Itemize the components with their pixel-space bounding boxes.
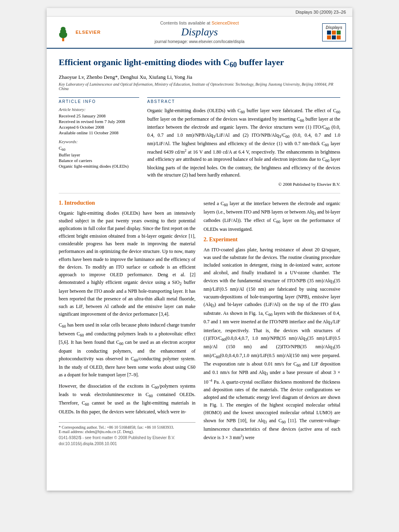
article-info-abstract-section: ARTICLE INFO Article history: Received 2… — [59, 97, 340, 186]
contents-line: Contents lists available at ScienceDirec… — [128, 21, 271, 25]
authors: Zhaoyue Lv, Zhenbo Deng*, Denghui Xu, Xi… — [59, 74, 340, 80]
body-left-col: 1. Introduction Organic light-emitting d… — [59, 200, 195, 446]
footnote-email: E-mail address: zhden@bjtu.edu.cn (Z. De… — [59, 429, 195, 434]
keywords-section: Keywords: C60 Buffer layer Balance of ca… — [59, 139, 139, 168]
available-date: Available online 11 October 2008 — [59, 130, 139, 135]
svg-point-5 — [63, 33, 67, 36]
keyword-2: Buffer layer — [59, 152, 139, 157]
footer-issn: 0141-9382/$ - see front matter © 2008 Pu… — [59, 435, 195, 440]
journal-logo-box: Displays — [322, 23, 346, 41]
svg-point-3 — [61, 27, 66, 31]
footnote-section: * Corresponding author. Tel.: +86 10 516… — [59, 422, 195, 434]
journal-name: Displays — [128, 26, 271, 38]
section1-title: 1. Introduction — [59, 200, 195, 206]
article-info-header: ARTICLE INFO — [59, 97, 139, 104]
body-right-col: serted a C60 layer at the interface betw… — [204, 200, 340, 446]
sciencedirect-link[interactable]: ScienceDirect — [212, 21, 239, 25]
section1-paragraph3: However, the dissociation of the exciton… — [59, 382, 195, 416]
journal-volume-bar: Displays 30 (2009) 23–26 — [47, 8, 352, 16]
copyright: © 2008 Published by Elsevier B.V. — [147, 182, 340, 187]
received-date: Received 25 January 2008 — [59, 113, 139, 118]
abstract-header: ABSTRACT — [147, 97, 340, 104]
section-divider — [59, 193, 340, 193]
elsevier-tree-icon — [53, 22, 73, 42]
section2-paragraph1: An ITO-coated glass plate, having resist… — [204, 246, 340, 442]
section1-paragraph2: C60 has been used in solar cells because… — [59, 321, 195, 379]
journal-header-right: Displays — [275, 23, 346, 41]
article-history-label: Article history: — [59, 107, 139, 112]
section1-continued: serted a C60 layer at the interface betw… — [204, 200, 340, 233]
svg-point-4 — [59, 33, 63, 36]
keyword-3: Balance of carriers — [59, 158, 139, 163]
elsevier-logo: ELSEVIER — [53, 22, 124, 42]
keywords-label: Keywords: — [59, 139, 139, 144]
journal-header: ELSEVIER Contents lists available at Sci… — [47, 16, 352, 49]
section1-paragraph1: Organic light-emitting diodes (OLEDs) ha… — [59, 210, 195, 318]
keyword-4: Organic light-emitting diodes (OLEDs) — [59, 164, 139, 168]
elsevier-label: ELSEVIER — [76, 30, 101, 35]
article-info-col: ARTICLE INFO Article history: Received 2… — [59, 97, 139, 186]
journal-header-center: Contents lists available at ScienceDirec… — [128, 21, 271, 44]
received-revised-date: Received in revised form 7 July 2008 — [59, 119, 139, 124]
accepted-date: Accepted 6 October 2008 — [59, 125, 139, 129]
affiliation: Key Laboratory of Luminescence and Optic… — [59, 82, 340, 91]
footnote-corresponding: * Corresponding author. Tel.: +86 10 516… — [59, 425, 195, 429]
abstract-text: Organic light-emitting diodes (OLEDs) wi… — [147, 107, 340, 178]
journal-homepage: journal homepage: www.elsevier.com/locat… — [128, 39, 271, 44]
footer-doi: doi:10.1016/j.displa.2008.10.001 — [59, 442, 195, 446]
page: Displays 30 (2009) 23–26 ELSEVIER Conten… — [47, 8, 352, 491]
keyword-1: C60 — [59, 146, 139, 152]
section2-title: 2. Experiment — [204, 236, 340, 243]
article-title: Efficient organic light-emitting diodes … — [59, 57, 340, 70]
abstract-col: ABSTRACT Organic light-emitting diodes (… — [147, 97, 340, 186]
journal-volume: Displays 30 (2009) 23–26 — [296, 10, 346, 14]
body-two-col: 1. Introduction Organic light-emitting d… — [59, 200, 340, 446]
article-content: Efficient organic light-emitting diodes … — [47, 49, 352, 454]
